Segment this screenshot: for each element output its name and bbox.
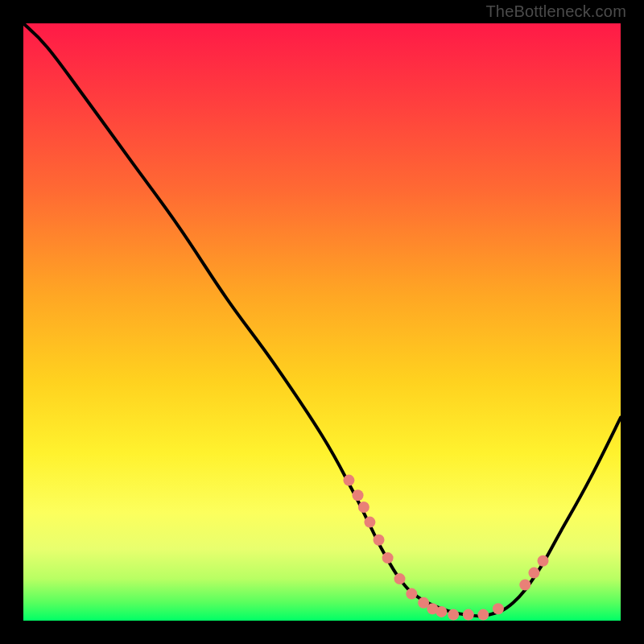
watermark-text: TheBottleneck.com <box>485 2 626 21</box>
highlight-dot <box>394 573 406 584</box>
bottleneck-curve <box>23 23 621 616</box>
chart-frame: TheBottleneck.com <box>0 0 644 644</box>
highlight-dot <box>358 502 369 513</box>
highlight-dot <box>353 489 364 501</box>
highlight-dot <box>382 552 394 564</box>
plot-area <box>23 23 621 621</box>
highlight-dot <box>528 568 539 579</box>
highlight-dot <box>493 603 504 614</box>
highlight-dot <box>519 580 530 591</box>
highlight-dot <box>538 555 549 567</box>
highlight-dot <box>374 535 385 546</box>
curve-svg <box>23 23 621 621</box>
highlight-dot <box>436 606 447 617</box>
highlight-dot <box>463 609 474 621</box>
highlight-dot <box>477 609 489 621</box>
highlight-dot <box>343 475 354 486</box>
highlight-dot <box>448 609 459 621</box>
highlight-dot <box>364 517 375 528</box>
highlight-dot <box>406 588 417 600</box>
